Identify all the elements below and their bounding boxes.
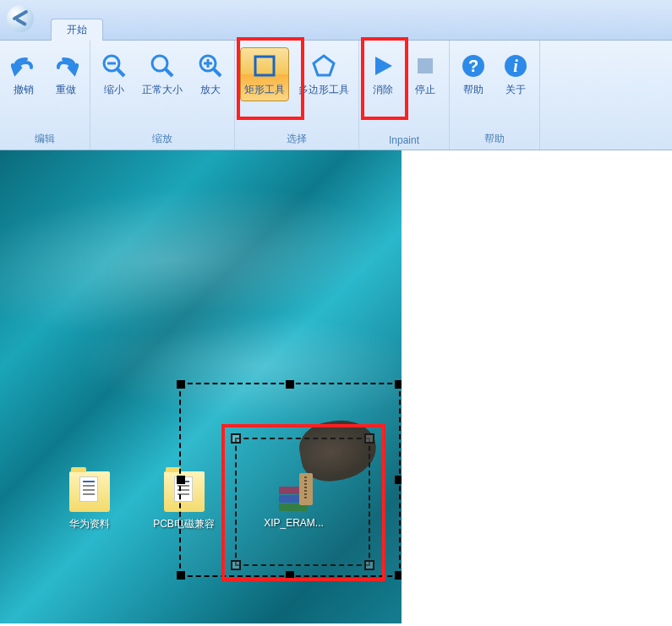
stop-button[interactable]: 停止: [407, 47, 444, 101]
content-area: 华为资料 PCB电磁兼容 XIP_ERAM...: [0, 150, 672, 626]
group-label-select: 选择: [240, 130, 353, 148]
help-icon: ?: [459, 52, 488, 80]
group-label-help: 帮助: [455, 130, 534, 148]
polygon-icon: [309, 52, 338, 80]
group-label-zoom: 缩放: [96, 130, 229, 148]
zoom-out-icon: [100, 52, 128, 80]
ribbon-group-zoom: 缩小 正常大小 放大 缩放: [90, 41, 235, 150]
selection-inner[interactable]: [235, 438, 370, 566]
ribbon-group-edit: 撤销 重做 编辑: [0, 41, 90, 150]
ribbon-group-help: ? 帮助 i 关于 帮助: [450, 41, 540, 150]
folder-icon: [69, 471, 110, 512]
svg-rect-12: [418, 58, 433, 73]
ribbon-group-select: 矩形工具 多边形工具 选择: [235, 41, 359, 150]
svg-line-8: [214, 69, 221, 76]
redo-icon: [52, 52, 80, 80]
tab-strip: 开始: [51, 0, 103, 40]
app-icon[interactable]: [7, 5, 34, 32]
rectangle-icon: [250, 52, 279, 80]
group-label-inpaint: Inpaint: [364, 133, 444, 148]
svg-line-2: [117, 69, 124, 76]
play-icon: [369, 52, 397, 80]
redo-button[interactable]: 重做: [47, 47, 85, 101]
ribbon-group-inpaint: 消除 停止 Inpaint: [359, 41, 450, 150]
zoom-out-button[interactable]: 缩小: [96, 47, 133, 101]
stop-icon: [411, 52, 440, 80]
svg-line-4: [166, 69, 172, 76]
undo-button[interactable]: 撤销: [5, 47, 42, 101]
canvas-image[interactable]: 华为资料 PCB电磁兼容 XIP_ERAM...: [0, 150, 402, 623]
erase-button[interactable]: 消除: [364, 47, 402, 101]
svg-marker-10: [314, 56, 334, 75]
desktop-icon-1: 华为资料: [49, 471, 129, 531]
about-button[interactable]: i 关于: [497, 47, 534, 101]
polygon-tool-button[interactable]: 多边形工具: [294, 47, 353, 101]
ribbon: 撤销 重做 编辑 缩小 正常大小: [0, 41, 672, 150]
group-label-edit: 编辑: [5, 130, 85, 148]
svg-text:i: i: [513, 57, 518, 75]
undo-icon: [9, 52, 38, 80]
zoom-in-icon: [196, 52, 225, 80]
svg-text:?: ?: [468, 57, 478, 75]
zoom-normal-icon: [148, 52, 177, 80]
rect-tool-button[interactable]: 矩形工具: [240, 47, 289, 101]
tab-start[interactable]: 开始: [51, 19, 103, 41]
info-icon: i: [501, 52, 530, 80]
svg-marker-11: [375, 57, 392, 75]
svg-point-3: [152, 56, 167, 71]
zoom-normal-button[interactable]: 正常大小: [138, 47, 187, 101]
zoom-in-button[interactable]: 放大: [192, 47, 229, 101]
help-button[interactable]: ? 帮助: [455, 47, 492, 101]
svg-rect-9: [255, 57, 274, 75]
title-bar: 开始: [0, 0, 672, 41]
